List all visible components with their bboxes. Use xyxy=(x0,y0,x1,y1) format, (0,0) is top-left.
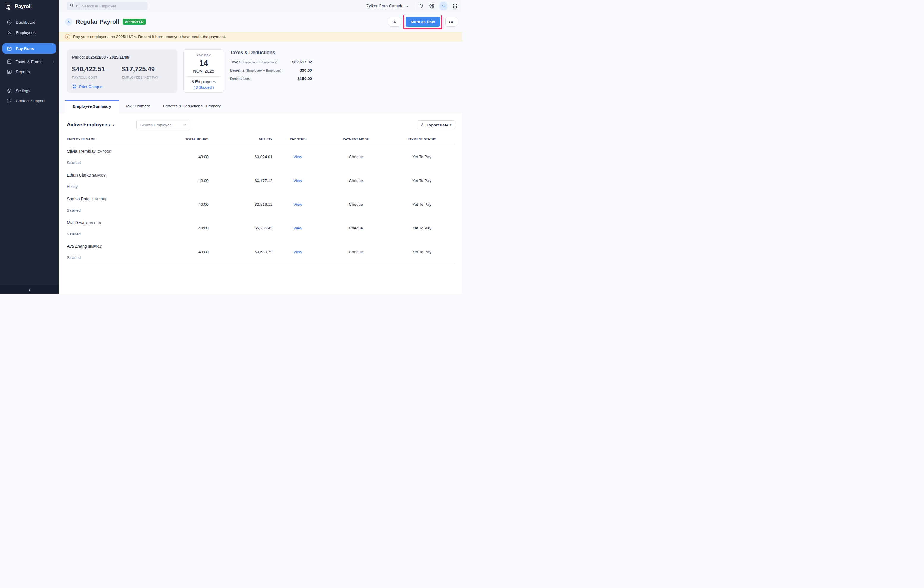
skipped-employees-link[interactable]: ( 3 Skipped ) xyxy=(193,85,214,89)
comments-button[interactable] xyxy=(389,17,401,27)
employee-group-dropdown[interactable]: Active Employees ▾ xyxy=(67,122,114,128)
topbar: ▾ Zylker Corp Canada S xyxy=(59,0,462,12)
notifications-bell-icon[interactable] xyxy=(419,3,424,9)
app-window: Payroll Dashboard Employees Pay Runs xyxy=(0,0,462,294)
employee-count: 8 Employees xyxy=(191,79,216,84)
employee-type: Salaried xyxy=(67,208,176,213)
more-options-button[interactable]: ••• xyxy=(446,17,457,27)
pay-stub-view-link[interactable]: View xyxy=(294,226,302,230)
net-pay-value: $17,725.49 xyxy=(122,65,172,73)
employee-summary-panel: Active Employees ▾ Search Employee Expor… xyxy=(59,112,462,294)
payment-status: Yet To Pay xyxy=(389,193,455,216)
pay-stub-view-link[interactable]: View xyxy=(294,250,302,254)
app-logo: Payroll xyxy=(0,0,59,14)
sidebar-item-label: Employees xyxy=(16,30,36,35)
back-button[interactable]: ‹ xyxy=(65,18,73,26)
export-data-button[interactable]: Export Data ▾ xyxy=(417,121,455,129)
payroll-cost-value: $40,422.51 xyxy=(72,65,122,73)
search-input[interactable] xyxy=(82,4,132,8)
sidebar: Payroll Dashboard Employees Pay Runs xyxy=(0,0,59,294)
sidebar-item-dashboard[interactable]: Dashboard xyxy=(0,17,59,27)
pay-stub-view-link[interactable]: View xyxy=(294,155,302,159)
main-area: ▾ Zylker Corp Canada S xyxy=(59,0,462,294)
ellipsis-icon: ••• xyxy=(449,20,454,24)
pay-stub-view-link[interactable]: View xyxy=(294,178,302,183)
employee-name: Mia Desai xyxy=(67,220,85,225)
payment-status: Yet To Pay xyxy=(389,145,455,169)
payday-card: PAY DAY 14 NOV, 2025 8 Employees ( 3 Ski… xyxy=(183,50,224,93)
payment-mode: Cheque xyxy=(323,216,389,240)
comment-bubble-icon xyxy=(392,19,397,24)
page-title: Regular Payroll xyxy=(76,18,119,25)
employees-icon xyxy=(7,30,12,35)
summary-tabs: Employee Summary Tax Summary Benefits & … xyxy=(59,100,462,112)
total-hours: 40:00 xyxy=(176,193,209,216)
alert-text: Pay your employees on 2025/11/14. Record… xyxy=(73,35,226,39)
chevron-down-icon xyxy=(183,123,186,127)
info-icon: i xyxy=(65,34,70,39)
tab-tax-summary[interactable]: Tax Summary xyxy=(119,100,157,112)
sidebar-item-reports[interactable]: Reports xyxy=(0,66,59,77)
sidebar-item-pay-runs[interactable]: Pay Runs xyxy=(2,43,56,53)
org-selector[interactable]: Zylker Corp Canada xyxy=(366,3,409,8)
collapse-chevron-icon: ‹ xyxy=(28,287,30,292)
employee-name: Ethan Clarke xyxy=(67,173,91,177)
sidebar-nav: Dashboard Employees Pay Runs Taxes & For… xyxy=(0,14,59,285)
net-pay: $5,365.45 xyxy=(209,216,272,240)
global-search[interactable]: ▾ xyxy=(67,2,148,10)
pay-stub-view-link[interactable]: View xyxy=(294,202,302,206)
status-badge: APPROVED xyxy=(123,19,146,25)
col-net-pay: NET PAY xyxy=(209,137,272,145)
app-title: Payroll xyxy=(15,3,32,10)
print-cheque-link[interactable]: Print Cheque xyxy=(72,84,102,89)
col-employee-name: EMPLOYEE NAME xyxy=(67,137,176,145)
settings-gear-icon[interactable] xyxy=(429,3,435,9)
employee-name: Olivia Tremblay xyxy=(67,149,96,154)
caret-down-icon: ▾ xyxy=(113,123,114,127)
reports-icon xyxy=(7,69,12,74)
sidebar-item-settings[interactable]: Settings xyxy=(0,86,59,96)
apps-grid-icon[interactable] xyxy=(452,3,458,9)
col-payment-status: PAYMENT STATUS xyxy=(389,137,455,145)
sidebar-item-label: Dashboard xyxy=(16,20,35,25)
table-row: Ava Zhang(EMP011) Salaried 40:00 $3,639.… xyxy=(67,240,455,264)
sidebar-item-taxes-forms[interactable]: Taxes & Forms ▸ xyxy=(0,56,59,66)
payment-mode: Cheque xyxy=(323,145,389,169)
taxes-deductions-title: Taxes & Deductions xyxy=(230,50,312,55)
payroll-cost-label: PAYROLL COST xyxy=(72,76,122,79)
search-employee-select[interactable]: Search Employee xyxy=(136,119,190,130)
submenu-arrow-icon: ▸ xyxy=(53,60,54,63)
sidebar-collapse-button[interactable]: ‹ xyxy=(0,285,59,294)
tab-benefits-deductions-summary[interactable]: Benefits & Deductions Summary xyxy=(157,100,227,112)
filter-row: Active Employees ▾ Search Employee Expor… xyxy=(67,119,455,130)
tax-row-deductions: Deductions $150.00 xyxy=(230,76,312,81)
annotation-highlight-box: Mark as Paid xyxy=(403,15,442,29)
search-scope-caret-icon[interactable]: ▾ xyxy=(76,5,78,7)
user-avatar[interactable]: S xyxy=(439,2,447,10)
page-header: ‹ Regular Payroll APPROVED Mark as Paid … xyxy=(59,12,462,31)
table-row: Olivia Tremblay(EMP008) Salaried 40:00 $… xyxy=(67,145,455,169)
col-pay-stub: PAY STUB xyxy=(272,137,323,145)
taxes-deductions-section: Taxes & Deductions Taxes (Employee + Emp… xyxy=(230,50,312,93)
sidebar-item-employees[interactable]: Employees xyxy=(0,27,59,38)
net-pay-label: EMPLOYEES' NET PAY xyxy=(122,76,172,79)
employee-table: EMPLOYEE NAME TOTAL HOURS NET PAY PAY ST… xyxy=(67,137,455,264)
col-total-hours: TOTAL HOURS xyxy=(176,137,209,145)
payrun-summary: Period: 2025/11/03 - 2025/11/09 $40,422.… xyxy=(59,41,462,93)
total-hours: 40:00 xyxy=(176,169,209,193)
payment-mode: Cheque xyxy=(323,169,389,193)
tab-employee-summary[interactable]: Employee Summary xyxy=(65,100,119,112)
printer-icon xyxy=(72,84,77,89)
caret-down-icon: ▾ xyxy=(450,123,451,126)
mark-as-paid-button[interactable]: Mark as Paid xyxy=(406,17,440,27)
tax-row-benefits: Benefits (Employee + Employer) $30.00 xyxy=(230,68,312,73)
employee-type: Salaried xyxy=(67,232,176,236)
payday-month-year: NOV, 2025 xyxy=(193,69,214,73)
employee-id: (EMP011) xyxy=(87,244,102,248)
export-icon xyxy=(421,123,425,127)
total-hours: 40:00 xyxy=(176,216,209,240)
chevron-down-icon xyxy=(406,5,409,8)
period-value: 2025/11/03 - 2025/11/09 xyxy=(86,55,130,59)
sidebar-item-contact-support[interactable]: Contact Support xyxy=(0,96,59,106)
payday-day: 14 xyxy=(199,59,208,68)
